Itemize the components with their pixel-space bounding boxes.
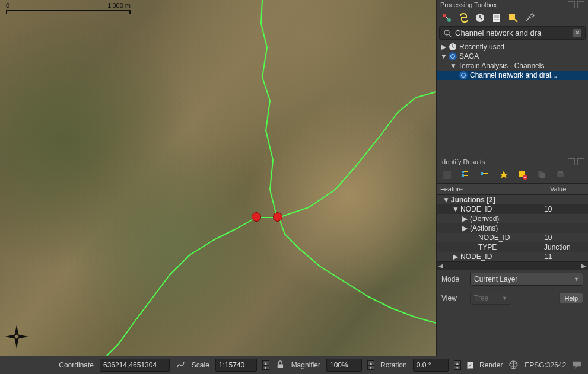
expand-icon[interactable]: ▶ bbox=[462, 215, 468, 223]
scale-input[interactable] bbox=[215, 359, 257, 372]
horizontal-scrollbar[interactable]: ◀ ▶ bbox=[437, 261, 588, 270]
result-attr-row[interactable]: NODE_ID 10 bbox=[437, 233, 588, 242]
junction-marker[interactable] bbox=[273, 212, 282, 222]
result-attr-row[interactable]: TYPE Junction bbox=[437, 242, 588, 252]
rotation-input[interactable] bbox=[413, 359, 449, 372]
result-layer-row[interactable]: ▼Junctions [2] bbox=[437, 195, 588, 204]
undock-icon[interactable] bbox=[568, 1, 575, 8]
clear-search-icon[interactable]: × bbox=[573, 29, 581, 37]
scroll-right-icon[interactable]: ▶ bbox=[581, 263, 587, 269]
expand-new-results-icon[interactable] bbox=[498, 170, 509, 180]
status-bar: Coordinate Scale ▲▼ Magnifier ▲▼ Rotatio… bbox=[0, 356, 588, 374]
help-button[interactable]: Help bbox=[559, 293, 583, 303]
processing-search-input[interactable] bbox=[455, 28, 570, 37]
feature-id: NODE_ID bbox=[460, 205, 492, 213]
magnifier-input[interactable] bbox=[326, 359, 362, 372]
identify-toolbar bbox=[437, 167, 588, 183]
channel-network-lines bbox=[0, 0, 436, 356]
derived-label: (Derived) bbox=[470, 215, 499, 223]
expand-icon[interactable]: ▶ bbox=[440, 43, 446, 51]
collapse-tree-icon[interactable] bbox=[479, 170, 490, 180]
coordinate-input[interactable] bbox=[100, 359, 170, 372]
result-derived-row[interactable]: ▶(Derived) bbox=[437, 214, 588, 223]
junction-marker[interactable] bbox=[252, 212, 261, 222]
map-canvas[interactable]: 0 1'000 m bbox=[0, 0, 436, 356]
north-arrow bbox=[5, 325, 28, 349]
result-feature-row[interactable]: ▶NODE_ID 11 bbox=[437, 252, 588, 261]
chevron-down-icon: ▼ bbox=[574, 276, 579, 282]
scale-bar-zero: 0 bbox=[6, 2, 9, 9]
feature-value: 11 bbox=[544, 252, 586, 261]
lock-scale-icon[interactable] bbox=[275, 360, 285, 370]
scale-spinner[interactable]: ▲▼ bbox=[262, 360, 269, 370]
result-actions-row[interactable]: ▶(Actions) bbox=[437, 223, 588, 233]
rotation-spinner[interactable]: ▲▼ bbox=[454, 360, 461, 370]
actions-label: (Actions) bbox=[470, 224, 498, 232]
rotation-label: Rotation bbox=[380, 361, 407, 369]
scroll-left-icon[interactable]: ◀ bbox=[438, 263, 444, 269]
view-feature-form-icon[interactable] bbox=[441, 170, 452, 180]
history-icon bbox=[449, 43, 457, 51]
edit-in-place-icon[interactable] bbox=[508, 12, 519, 23]
right-dock: Processing Toolbox × ▶ Recently used bbox=[436, 0, 588, 356]
svg-marker-2 bbox=[5, 334, 17, 339]
processing-search[interactable]: × bbox=[439, 26, 586, 40]
collapse-icon[interactable]: ▼ bbox=[440, 52, 446, 60]
scale-bar-max: 1'000 m bbox=[107, 2, 131, 9]
messages-icon[interactable] bbox=[572, 360, 582, 370]
identify-results-tree[interactable]: ▼Junctions [2] ▼NODE_ID 10 ▶(Derived) ▶(… bbox=[437, 195, 588, 261]
collapse-icon[interactable]: ▼ bbox=[443, 196, 449, 204]
render-checkbox[interactable]: ✓ bbox=[467, 362, 473, 369]
map-scale-bar: 0 1'000 m bbox=[6, 2, 131, 14]
tree-group-terrain-channels[interactable]: ▼ Terrain Analysis - Channels bbox=[437, 61, 588, 71]
identify-results-header: Feature Value bbox=[437, 183, 588, 195]
toggle-extents-icon[interactable] bbox=[176, 360, 186, 370]
close-icon[interactable] bbox=[577, 158, 584, 165]
close-icon[interactable] bbox=[577, 1, 584, 8]
processing-algorithm-tree[interactable]: ▶ Recently used ▼ SAGA ▼ Terrain Analysi… bbox=[437, 42, 588, 152]
svg-point-12 bbox=[444, 30, 449, 35]
svg-rect-25 bbox=[557, 173, 564, 177]
result-feature-row[interactable]: ▼NODE_ID 10 bbox=[437, 204, 588, 214]
expand-icon[interactable]: ▶ bbox=[452, 252, 458, 261]
undock-icon[interactable] bbox=[568, 158, 575, 165]
identify-view-select: Tree ▼ bbox=[470, 292, 511, 305]
results-viewer-icon[interactable] bbox=[491, 12, 502, 23]
copy-feature-icon[interactable] bbox=[536, 170, 547, 180]
saga-icon bbox=[459, 71, 468, 79]
collapse-icon[interactable]: ▼ bbox=[450, 62, 456, 70]
expand-icon[interactable]: ▶ bbox=[462, 224, 468, 232]
tree-provider-saga[interactable]: ▼ SAGA bbox=[437, 52, 588, 61]
collapse-icon[interactable]: ▼ bbox=[452, 205, 458, 213]
tree-label: Terrain Analysis - Channels bbox=[458, 62, 544, 70]
model-designer-icon[interactable] bbox=[441, 12, 452, 23]
col-value[interactable]: Value bbox=[546, 184, 588, 194]
print-icon[interactable] bbox=[555, 170, 566, 180]
magnifier-label: Magnifier bbox=[291, 361, 320, 369]
col-feature[interactable]: Feature bbox=[437, 184, 546, 194]
mode-label: Mode bbox=[441, 275, 465, 283]
magnifier-spinner[interactable]: ▲▼ bbox=[367, 360, 374, 370]
processing-toolbox-panel: Processing Toolbox × ▶ Recently used bbox=[437, 0, 588, 152]
identify-mode-row: Mode Current Layer ▼ bbox=[437, 270, 588, 289]
attr-name: TYPE bbox=[478, 243, 497, 251]
python-icon[interactable] bbox=[458, 12, 469, 23]
coordinate-label: Coordinate bbox=[59, 361, 94, 369]
crs-label[interactable]: EPSG:32642 bbox=[525, 361, 566, 369]
history-icon[interactable] bbox=[475, 12, 485, 23]
dock-splitter[interactable]: ······ bbox=[437, 152, 588, 157]
view-value: Tree bbox=[474, 294, 488, 302]
view-label: View bbox=[441, 294, 465, 302]
mode-value: Current Layer bbox=[474, 275, 517, 283]
tree-algo-channel-network[interactable]: Channel network and drai... bbox=[437, 71, 588, 80]
tree-recently-used[interactable]: ▶ Recently used bbox=[437, 42, 588, 52]
identify-mode-select[interactable]: Current Layer ▼ bbox=[470, 273, 583, 286]
svg-rect-18 bbox=[481, 172, 483, 175]
identify-results-title: Identify Results bbox=[440, 158, 485, 165]
identify-view-row: View Tree ▼ Help bbox=[437, 289, 588, 308]
options-icon[interactable] bbox=[525, 12, 535, 23]
processing-toolbar bbox=[437, 9, 588, 26]
expand-tree-icon[interactable] bbox=[460, 170, 471, 180]
crs-icon[interactable] bbox=[508, 360, 519, 370]
clear-results-icon[interactable] bbox=[517, 170, 528, 180]
